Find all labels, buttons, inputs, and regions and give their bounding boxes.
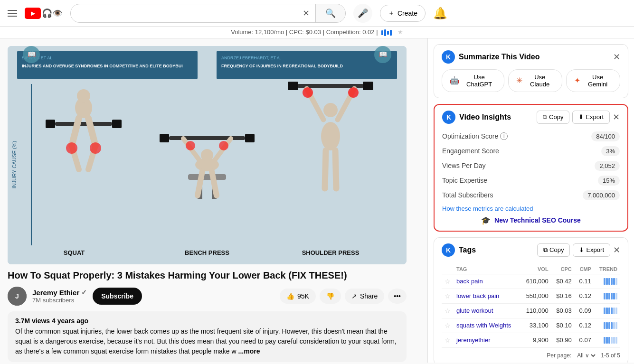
svg-line-48 xyxy=(335,150,336,188)
trend-segment xyxy=(604,322,606,329)
svg-point-17 xyxy=(77,89,90,103)
table-row: ☆squats with Weights33,100$0.100.12 xyxy=(442,318,620,333)
insights-copy-button[interactable]: ⧉ Copy xyxy=(537,111,569,124)
tags-header: K Tags ⧉ Copy ⬇ Export ✕ xyxy=(442,243,620,257)
trend-bar xyxy=(597,322,617,329)
desc-more-link[interactable]: ...more xyxy=(238,347,260,355)
trend-segment xyxy=(611,278,613,285)
desc-stats: 3.7M views 4 years ago xyxy=(15,317,399,325)
trend-segment xyxy=(615,322,617,329)
channel-row: J Jeremy Ethier ✓ 7M subscribers Subscri… xyxy=(8,287,407,306)
tags-copy-label: Copy xyxy=(549,246,564,253)
keyword-star[interactable]: ★ xyxy=(397,28,403,36)
header: 🎧👁️ how to do squats ✕ 🔍 🎤 ＋ Create 🔔 xyxy=(0,0,634,27)
tags-export-button[interactable]: ⬇ Export xyxy=(573,243,610,257)
tag-star[interactable]: ☆ xyxy=(442,303,454,318)
summarize-header: K Summarize This Video ✕ xyxy=(442,50,620,64)
svg-rect-41 xyxy=(288,82,298,90)
tag-star[interactable]: ☆ xyxy=(442,318,454,333)
tag-name-cell: jeremyethier xyxy=(454,333,520,347)
tag-cmp: 0.09 xyxy=(575,303,594,318)
tags-title: Tags xyxy=(459,246,476,254)
tag-link[interactable]: back pain xyxy=(456,278,483,285)
table-row: ☆back pain610,000$0.420.11 xyxy=(442,274,620,289)
chatgpt-icon: 🤖 xyxy=(450,76,459,85)
insights-title: Video Insights xyxy=(459,113,511,121)
trend-segment xyxy=(604,293,606,299)
svg-rect-29 xyxy=(160,134,169,142)
metric-value: 2,052 xyxy=(595,161,620,171)
search-clear-button[interactable]: ✕ xyxy=(297,4,315,22)
metrics-link[interactable]: How these metrics are calculated xyxy=(442,205,620,212)
svg-point-23 xyxy=(90,142,101,154)
copy-icon: ⧉ xyxy=(543,113,547,121)
keyword-stats: Volume: 12,100/mo | CPC: $0.03 | Competi… xyxy=(231,28,378,36)
info-icon[interactable]: i xyxy=(500,132,508,140)
gemini-button[interactable]: ✦ Use Gemini xyxy=(566,69,620,92)
table-row: ☆jeremyethier9,900$0.900.07 xyxy=(442,333,620,347)
video-thumbnail[interactable]: SIEWY, J ET AL. INJURIES AND OVERUSE SYN… xyxy=(8,46,407,264)
trend-segment xyxy=(606,322,608,329)
tag-star[interactable]: ☆ xyxy=(442,274,454,289)
action-buttons: 👍 95K 👎 ↗ Share ••• xyxy=(280,289,407,304)
channel-name[interactable]: Jeremy Ethier ✓ xyxy=(32,289,87,297)
metric-label: Total Subscribers xyxy=(442,191,583,199)
notification-button[interactable]: 🔔 xyxy=(433,7,447,20)
svg-point-43 xyxy=(323,103,338,117)
tag-volume: 9,900 xyxy=(520,333,551,347)
like-count: 95K xyxy=(297,292,309,300)
svg-text:📖: 📖 xyxy=(379,50,388,58)
claude-button[interactable]: ✳ Use Claude xyxy=(508,69,562,92)
trend-bar xyxy=(597,308,617,314)
trend-segment xyxy=(611,322,613,329)
tag-cpc: $0.16 xyxy=(551,289,575,303)
tag-volume: 110,000 xyxy=(520,303,551,318)
tags-star-col xyxy=(442,264,454,274)
search-input[interactable]: how to do squats xyxy=(71,5,297,21)
insights-close-button[interactable]: ✕ xyxy=(613,111,620,124)
trend-segment xyxy=(615,337,617,344)
subscriber-count: 7M subscribers xyxy=(32,297,87,304)
insights-card: K Video Insights ⧉ Copy ⬇ Export ✕ Optim… xyxy=(434,104,628,232)
tag-star[interactable]: ☆ xyxy=(442,333,454,347)
hamburger-menu[interactable] xyxy=(8,10,17,17)
view-count: 3.7M views xyxy=(15,317,50,325)
chatgpt-button[interactable]: 🤖 Use ChatGPT xyxy=(442,69,504,92)
tag-volume: 610,000 xyxy=(520,274,551,289)
create-button[interactable]: ＋ Create xyxy=(380,5,426,22)
metric-row: Topic Expertise15% xyxy=(442,176,620,186)
ai-buttons: 🤖 Use ChatGPT ✳ Use Claude ✦ Use Gemini xyxy=(442,69,620,92)
tag-trend xyxy=(594,274,620,289)
like-button[interactable]: 👍 95K xyxy=(280,289,316,304)
tags-copy-button[interactable]: ⧉ Copy xyxy=(537,243,570,257)
dislike-button[interactable]: 👎 xyxy=(320,289,341,304)
trend-segment xyxy=(608,293,610,299)
share-button[interactable]: ↗ Share xyxy=(345,289,384,304)
tag-star[interactable]: ☆ xyxy=(442,289,454,303)
tag-link[interactable]: squats with Weights xyxy=(456,322,511,329)
svg-rect-13 xyxy=(55,122,112,126)
tag-link[interactable]: jeremyethier xyxy=(456,336,491,344)
trend-segment xyxy=(615,293,617,299)
tag-cpc: $0.42 xyxy=(551,274,575,289)
mic-button[interactable]: 🎤 xyxy=(353,4,372,23)
search-button[interactable]: 🔍 xyxy=(315,4,345,23)
tags-close-button[interactable]: ✕ xyxy=(613,243,620,257)
seo-course-link[interactable]: New Technical SEO Course xyxy=(494,216,581,224)
svg-point-22 xyxy=(66,142,77,154)
per-page-select[interactable]: All ∨ 5 10 xyxy=(575,352,597,359)
k-logo: K xyxy=(442,50,455,64)
summarize-close-button[interactable]: ✕ xyxy=(613,52,620,62)
tag-link[interactable]: lower back pain xyxy=(456,292,499,299)
insights-export-button[interactable]: ⬇ Export xyxy=(572,111,610,124)
tag-link[interactable]: glute workout xyxy=(456,307,493,314)
more-options-button[interactable]: ••• xyxy=(388,289,407,304)
summarize-title: Summarize This Video xyxy=(459,53,539,61)
subscribe-button[interactable]: Subscribe xyxy=(93,288,142,305)
metric-row: Views Per Day2,052 xyxy=(442,161,620,171)
main-layout: SIEWY, J ET AL. INJURIES AND OVERUSE SYN… xyxy=(0,38,634,363)
tags-column-headers: TAGVOLCPCCMPTREND xyxy=(442,264,620,274)
trend-segment xyxy=(613,337,615,344)
channel-avatar: J xyxy=(8,287,27,306)
trend-segment xyxy=(606,337,608,344)
